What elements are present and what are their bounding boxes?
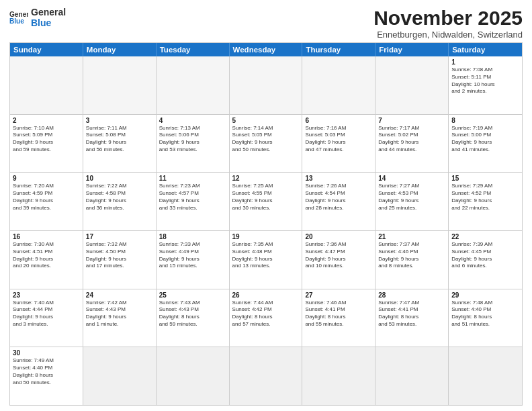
- cal-cell: 21Sunrise: 7:37 AM Sunset: 4:46 PM Dayli…: [375, 231, 449, 289]
- cal-week-5: 30Sunrise: 7:49 AM Sunset: 4:40 PM Dayli…: [10, 347, 522, 405]
- cal-week-3: 16Sunrise: 7:30 AM Sunset: 4:51 PM Dayli…: [10, 230, 522, 289]
- cal-cell: [375, 347, 449, 405]
- day-info: Sunrise: 7:27 AM Sunset: 4:53 PM Dayligh…: [378, 183, 445, 212]
- cal-cell: 18Sunrise: 7:33 AM Sunset: 4:49 PM Dayli…: [157, 231, 230, 289]
- cal-cell: [83, 56, 157, 114]
- cal-cell: 28Sunrise: 7:47 AM Sunset: 4:41 PM Dayli…: [375, 289, 449, 347]
- day-info: Sunrise: 7:40 AM Sunset: 4:44 PM Dayligh…: [13, 300, 80, 328]
- cal-week-2: 9Sunrise: 7:20 AM Sunset: 4:59 PM Daylig…: [10, 172, 522, 230]
- cal-cell: 6Sunrise: 7:16 AM Sunset: 5:03 PM Daylig…: [302, 115, 375, 173]
- cal-cell: 29Sunrise: 7:48 AM Sunset: 4:40 PM Dayli…: [449, 289, 522, 347]
- cal-cell: [375, 56, 449, 114]
- month-title: November 2025: [373, 7, 523, 29]
- cal-header-friday: Friday: [375, 43, 449, 56]
- page-header: General Blue General Blue November 2025 …: [9, 7, 523, 40]
- cal-cell: [157, 347, 230, 405]
- day-info: Sunrise: 7:08 AM Sunset: 5:11 PM Dayligh…: [451, 66, 519, 95]
- logo-line1: General: [31, 7, 66, 17]
- cal-header-monday: Monday: [83, 43, 157, 56]
- day-number: 26: [232, 291, 300, 299]
- cal-cell: [449, 347, 522, 405]
- day-number: 12: [232, 175, 300, 182]
- day-info: Sunrise: 7:22 AM Sunset: 4:58 PM Dayligh…: [86, 183, 153, 212]
- cal-cell: [230, 347, 303, 405]
- day-info: Sunrise: 7:30 AM Sunset: 4:51 PM Dayligh…: [13, 241, 80, 270]
- cal-cell: 1Sunrise: 7:08 AM Sunset: 5:11 PM Daylig…: [449, 56, 522, 114]
- day-number: 1: [451, 58, 519, 66]
- cal-cell: 27Sunrise: 7:46 AM Sunset: 4:41 PM Dayli…: [302, 289, 375, 347]
- day-info: Sunrise: 7:10 AM Sunset: 5:09 PM Dayligh…: [13, 125, 80, 154]
- cal-cell: 16Sunrise: 7:30 AM Sunset: 4:51 PM Dayli…: [10, 231, 83, 289]
- cal-header-sunday: Sunday: [10, 43, 83, 56]
- day-number: 28: [378, 291, 445, 299]
- cal-cell: 2Sunrise: 7:10 AM Sunset: 5:09 PM Daylig…: [10, 115, 83, 173]
- day-info: Sunrise: 7:23 AM Sunset: 4:57 PM Dayligh…: [159, 183, 226, 212]
- day-number: 13: [305, 175, 372, 182]
- day-number: 25: [159, 291, 226, 299]
- day-info: Sunrise: 7:47 AM Sunset: 4:41 PM Dayligh…: [378, 300, 445, 328]
- day-number: 29: [451, 291, 519, 299]
- day-number: 6: [305, 117, 372, 124]
- cal-cell: 23Sunrise: 7:40 AM Sunset: 4:44 PM Dayli…: [10, 289, 83, 347]
- cal-cell: 26Sunrise: 7:44 AM Sunset: 4:42 PM Dayli…: [230, 289, 303, 347]
- day-info: Sunrise: 7:20 AM Sunset: 4:59 PM Dayligh…: [13, 183, 80, 212]
- cal-cell: 12Sunrise: 7:25 AM Sunset: 4:55 PM Dayli…: [230, 173, 303, 230]
- day-number: 10: [86, 175, 153, 182]
- day-number: 7: [378, 117, 445, 124]
- cal-cell: 22Sunrise: 7:39 AM Sunset: 4:45 PM Dayli…: [449, 231, 522, 289]
- generalblue-logo-icon: General Blue: [9, 10, 28, 25]
- day-info: Sunrise: 7:37 AM Sunset: 4:46 PM Dayligh…: [378, 241, 445, 270]
- cal-week-0: 1Sunrise: 7:08 AM Sunset: 5:11 PM Daylig…: [10, 56, 522, 114]
- title-block: November 2025 Ennetburgen, Nidwalden, Sw…: [373, 7, 523, 40]
- day-info: Sunrise: 7:39 AM Sunset: 4:45 PM Dayligh…: [451, 241, 519, 270]
- day-info: Sunrise: 7:13 AM Sunset: 5:06 PM Dayligh…: [159, 125, 226, 154]
- cal-cell: 13Sunrise: 7:26 AM Sunset: 4:54 PM Dayli…: [302, 173, 375, 230]
- cal-cell: [302, 56, 375, 114]
- cal-cell: 5Sunrise: 7:14 AM Sunset: 5:05 PM Daylig…: [230, 115, 303, 173]
- cal-cell: 3Sunrise: 7:11 AM Sunset: 5:08 PM Daylig…: [83, 115, 157, 173]
- day-info: Sunrise: 7:17 AM Sunset: 5:02 PM Dayligh…: [378, 125, 445, 154]
- cal-cell: 7Sunrise: 7:17 AM Sunset: 5:02 PM Daylig…: [375, 115, 449, 173]
- logo-line2: Blue: [31, 17, 66, 28]
- day-number: 18: [159, 233, 226, 240]
- day-info: Sunrise: 7:33 AM Sunset: 4:49 PM Dayligh…: [159, 241, 226, 270]
- day-number: 22: [451, 233, 519, 240]
- day-info: Sunrise: 7:26 AM Sunset: 4:54 PM Dayligh…: [305, 183, 372, 212]
- day-number: 30: [13, 349, 80, 357]
- cal-cell: [230, 56, 303, 114]
- cal-cell: 15Sunrise: 7:29 AM Sunset: 4:52 PM Dayli…: [449, 173, 522, 230]
- cal-cell: 30Sunrise: 7:49 AM Sunset: 4:40 PM Dayli…: [10, 347, 83, 405]
- day-number: 8: [451, 117, 519, 124]
- day-number: 20: [305, 233, 372, 240]
- cal-cell: 17Sunrise: 7:32 AM Sunset: 4:50 PM Dayli…: [83, 231, 157, 289]
- day-number: 23: [13, 291, 80, 299]
- calendar: SundayMondayTuesdayWednesdayThursdayFrid…: [9, 42, 523, 406]
- day-number: 14: [378, 175, 445, 182]
- day-info: Sunrise: 7:29 AM Sunset: 4:52 PM Dayligh…: [451, 183, 519, 212]
- calendar-header-row: SundayMondayTuesdayWednesdayThursdayFrid…: [10, 43, 522, 56]
- cal-cell: [157, 56, 230, 114]
- day-info: Sunrise: 7:19 AM Sunset: 5:00 PM Dayligh…: [451, 125, 519, 154]
- cal-cell: 4Sunrise: 7:13 AM Sunset: 5:06 PM Daylig…: [157, 115, 230, 173]
- cal-cell: 25Sunrise: 7:43 AM Sunset: 4:43 PM Dayli…: [157, 289, 230, 347]
- cal-cell: 14Sunrise: 7:27 AM Sunset: 4:53 PM Dayli…: [375, 173, 449, 230]
- location: Ennetburgen, Nidwalden, Switzerland: [373, 30, 523, 40]
- cal-header-saturday: Saturday: [449, 43, 522, 56]
- cal-cell: 11Sunrise: 7:23 AM Sunset: 4:57 PM Dayli…: [157, 173, 230, 230]
- day-info: Sunrise: 7:35 AM Sunset: 4:48 PM Dayligh…: [232, 241, 300, 270]
- day-number: 9: [13, 175, 80, 182]
- svg-text:Blue: Blue: [9, 17, 24, 25]
- day-info: Sunrise: 7:44 AM Sunset: 4:42 PM Dayligh…: [232, 300, 300, 328]
- day-info: Sunrise: 7:49 AM Sunset: 4:40 PM Dayligh…: [13, 357, 80, 386]
- day-number: 2: [13, 117, 80, 124]
- cal-cell: 9Sunrise: 7:20 AM Sunset: 4:59 PM Daylig…: [10, 173, 83, 230]
- day-number: 4: [159, 117, 226, 124]
- cal-cell: [10, 56, 83, 114]
- day-number: 21: [378, 233, 445, 240]
- day-info: Sunrise: 7:43 AM Sunset: 4:43 PM Dayligh…: [159, 300, 226, 328]
- day-info: Sunrise: 7:25 AM Sunset: 4:55 PM Dayligh…: [232, 183, 300, 212]
- day-number: 19: [232, 233, 300, 240]
- cal-cell: 10Sunrise: 7:22 AM Sunset: 4:58 PM Dayli…: [83, 173, 157, 230]
- day-info: Sunrise: 7:32 AM Sunset: 4:50 PM Dayligh…: [86, 241, 153, 270]
- cal-header-wednesday: Wednesday: [230, 43, 303, 56]
